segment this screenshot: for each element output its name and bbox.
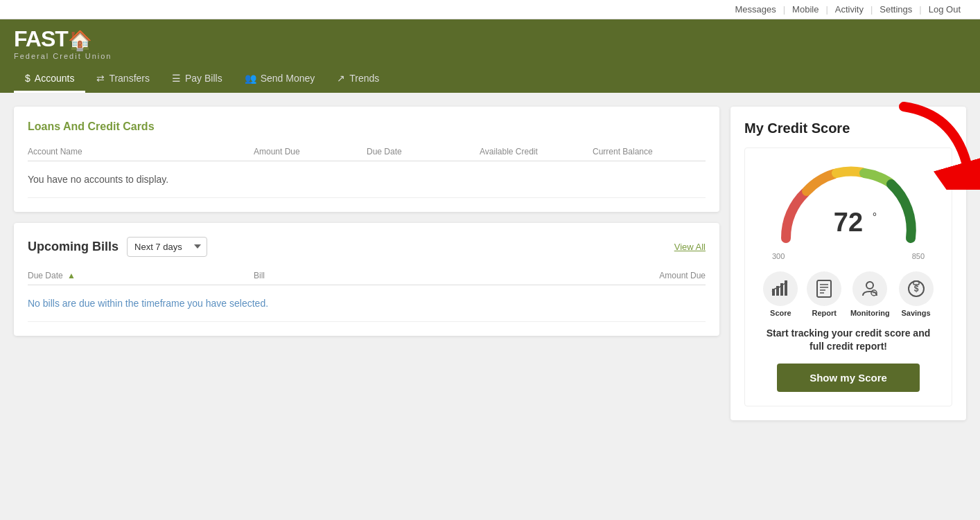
logo-area: FAST🏠 Federal Credit Union [0,19,980,60]
separator-2: | [825,4,828,15]
savings-icon-item[interactable]: $ Savings [899,271,934,317]
activity-link[interactable]: Activity [835,4,864,15]
header: FAST🏠 Federal Credit Union $ Accounts ⇄ … [0,19,980,93]
credit-panel: My Credit Score 72 [730,107,966,420]
arrow-svg [897,100,980,190]
icons-row: Score Report [759,271,938,317]
loans-card: Loans And Credit Cards Account Name Amou… [14,107,719,212]
monitoring-icon-item[interactable]: ! Monitoring [850,271,890,317]
logo-text: FAST [14,26,68,51]
loans-empty-message: You have no accounts to display. [28,161,706,198]
bills-header: Upcoming Bills Next 7 days Next 14 days … [28,237,706,257]
main-panel: Loans And Credit Cards Account Name Amou… [14,107,719,336]
score-icon [763,271,798,306]
red-arrow [897,100,980,190]
sort-icon: ▲ [67,271,76,280]
view-all-link[interactable]: View All [674,242,706,252]
bills-title: Upcoming Bills [28,240,119,254]
monitoring-label: Monitoring [850,309,890,317]
main-nav: $ Accounts ⇄ Transfers ☰ Pay Bills 👥 Sen… [0,66,980,93]
credit-promo: Start tracking your credit score and ful… [759,327,938,354]
house-icon: 🏠 [68,31,91,51]
col-due-date: Due Date ▲ [28,271,254,280]
svg-rect-17 [913,281,919,285]
loans-table-header: Account Name Amount Due Due Date Availab… [28,143,706,161]
score-icon-item[interactable]: Score [763,271,798,317]
people-icon: 👥 [245,73,256,84]
logo: FAST🏠 Federal Credit Union [14,28,112,60]
savings-money-icon: $ [907,279,926,298]
messages-link[interactable]: Messages [735,4,776,15]
separator-1: | [783,4,785,15]
settings-link[interactable]: Settings [880,4,912,15]
bills-controls: Upcoming Bills Next 7 days Next 14 days … [28,237,207,257]
gauge-min: 300 [772,252,785,260]
gauge-labels: 300 850 [772,252,925,260]
separator-3: | [870,4,873,15]
svg-rect-7 [817,280,831,297]
col-due-date: Due Date [367,147,480,156]
gauge-max: 850 [912,252,925,260]
col-bill: Bill [254,271,593,280]
separator-4: | [919,4,921,15]
svg-text:$: $ [913,284,918,294]
logout-link[interactable]: Log Out [929,4,961,15]
bills-card: Upcoming Bills Next 7 days Next 14 days … [14,223,719,336]
monitoring-icon: ! [852,271,887,306]
score-label: Score [770,309,791,317]
col-current-balance: Current Balance [593,147,706,156]
report-doc-icon [816,279,832,298]
content-area: Loans And Credit Cards Account Name Amou… [0,93,980,434]
bills-table-header: Due Date ▲ Bill Amount Due [28,267,706,285]
loans-title: Loans And Credit Cards [28,120,706,133]
svg-point-12 [866,282,873,289]
svg-text:72: 72 [834,208,863,237]
savings-label: Savings [901,309,930,317]
report-icon-item[interactable]: Report [807,271,841,317]
bills-empty-message: No bills are due within the timeframe yo… [28,285,706,322]
mobile-link[interactable]: Mobile [792,4,819,15]
nav-sendmoney[interactable]: 👥 Send Money [234,66,326,93]
svg-text:°: ° [873,211,877,223]
score-chart-icon [771,279,790,298]
top-nav: Messages | Mobile | Activity | Settings … [0,0,980,19]
col-account-name: Account Name [28,147,254,156]
bills-dropdown[interactable]: Next 7 days Next 14 days Next 30 days [127,237,207,257]
trends-icon: ↗ [337,73,345,84]
show-score-button[interactable]: Show my Score [777,364,920,392]
col-available-credit: Available Credit [480,147,593,156]
logo-subtitle: Federal Credit Union [14,52,112,60]
nav-accounts[interactable]: $ Accounts [14,66,85,93]
nav-paybills[interactable]: ☰ Pay Bills [161,66,234,93]
nav-trends[interactable]: ↗ Trends [326,66,390,93]
col-amount-due: Amount Due [254,147,367,156]
transfer-icon: ⇄ [96,73,105,84]
dollar-icon: $ [25,73,30,84]
report-label: Report [812,309,836,317]
col-amount-due: Amount Due [593,271,706,280]
monitoring-person-icon: ! [860,279,880,298]
report-icon [807,271,841,306]
savings-icon: $ [899,271,934,306]
nav-transfers[interactable]: ⇄ Transfers [85,66,161,93]
bill-icon: ☰ [172,73,181,84]
